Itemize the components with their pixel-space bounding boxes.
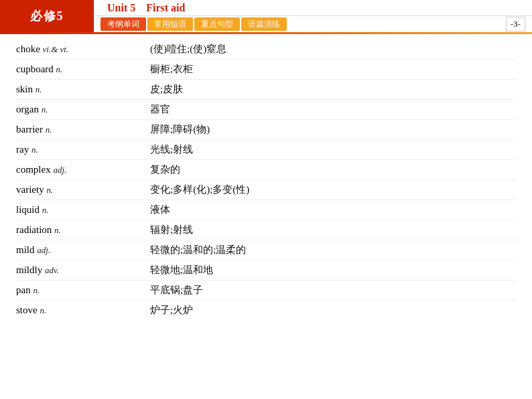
tab-kagang-danci[interactable]: 考纲单词 bbox=[101, 17, 146, 31]
vocab-word: pan n. bbox=[16, 285, 150, 296]
vocabulary-table: choke vi.& vt.(使)噎住;(使)窒息cupboard n.橱柜;衣… bbox=[0, 34, 532, 325]
vocab-meaning: 轻微地;温和地 bbox=[150, 264, 516, 276]
vocab-meaning: 器官 bbox=[150, 103, 516, 116]
vocab-meaning: 变化;多样(化);多变(性) bbox=[150, 183, 516, 196]
vocab-row: barrier n.屏障;障碍(物) bbox=[16, 120, 516, 140]
header: 必修5 Unit 5 First aid 考纲单词 常用短语 重点句型 语篇演练… bbox=[0, 0, 532, 32]
vocab-row: cupboard n.橱柜;衣柜 bbox=[16, 60, 516, 80]
vocab-meaning: 橱柜;衣柜 bbox=[150, 63, 516, 76]
unit-name: First aid bbox=[146, 2, 185, 14]
vocab-meaning: 平底锅;盘子 bbox=[150, 284, 516, 297]
brand-label: 必修5 bbox=[0, 0, 94, 32]
vocab-word: ray n. bbox=[16, 144, 150, 155]
vocab-row: variety n.变化;多样(化);多变(性) bbox=[16, 180, 516, 200]
vocab-word: complex adj. bbox=[16, 164, 150, 175]
tab-changyong-duanyu[interactable]: 常用短语 bbox=[147, 17, 193, 31]
vocab-word: barrier n. bbox=[16, 124, 150, 135]
vocab-row: pan n.平底锅;盘子 bbox=[16, 281, 516, 301]
vocab-word: stove n. bbox=[16, 305, 150, 316]
vocab-row: ray n.光线;射线 bbox=[16, 140, 516, 160]
vocab-row: radiation n.辐射;射线 bbox=[16, 220, 516, 240]
vocab-meaning: 屏障;障碍(物) bbox=[150, 123, 516, 136]
vocab-meaning: 轻微的;温和的;温柔的 bbox=[150, 244, 516, 256]
unit-number: Unit 5 bbox=[107, 2, 135, 14]
vocab-word: mild adj. bbox=[16, 244, 150, 256]
vocab-word: variety n. bbox=[16, 184, 150, 195]
tab-zhongdian-juxing[interactable]: 重点句型 bbox=[194, 17, 240, 31]
vocab-meaning: 光线;射线 bbox=[150, 143, 516, 156]
vocab-word: organ n. bbox=[16, 104, 150, 115]
vocab-meaning: 辐射;射线 bbox=[150, 224, 516, 236]
vocab-word: choke vi.& vt. bbox=[16, 44, 150, 55]
vocab-word: skin n. bbox=[16, 84, 150, 95]
tab-yupian-yanli[interactable]: 语篇演练 bbox=[241, 17, 287, 31]
vocab-word: mildly adv. bbox=[16, 264, 150, 276]
vocab-word: radiation n. bbox=[16, 224, 150, 236]
vocab-row: mildly adv.轻微地;温和地 bbox=[16, 260, 516, 281]
vocab-meaning: 复杂的 bbox=[150, 163, 516, 176]
vocab-meaning: 皮;皮肤 bbox=[150, 83, 516, 96]
tabs-bar: 考纲单词 常用短语 重点句型 语篇演练 -3- bbox=[94, 16, 532, 32]
header-title-area: Unit 5 First aid 考纲单词 常用短语 重点句型 语篇演练 -3- bbox=[94, 0, 532, 32]
vocab-word: liquid n. bbox=[16, 204, 150, 216]
vocab-word: cupboard n. bbox=[16, 64, 150, 75]
page-number: -3- bbox=[506, 17, 525, 31]
vocab-row: organ n.器官 bbox=[16, 100, 516, 120]
vocab-meaning: 液体 bbox=[150, 204, 516, 216]
unit-title: Unit 5 First aid bbox=[94, 0, 532, 16]
vocab-row: complex adj.复杂的 bbox=[16, 160, 516, 180]
vocab-meaning: (使)噎住;(使)窒息 bbox=[150, 43, 516, 56]
vocab-row: liquid n.液体 bbox=[16, 200, 516, 220]
vocab-row: choke vi.& vt.(使)噎住;(使)窒息 bbox=[16, 39, 516, 60]
vocab-row: stove n.炉子;火炉 bbox=[16, 301, 516, 320]
vocab-row: mild adj.轻微的;温和的;温柔的 bbox=[16, 240, 516, 260]
vocab-meaning: 炉子;火炉 bbox=[150, 304, 516, 317]
vocab-row: skin n.皮;皮肤 bbox=[16, 80, 516, 100]
